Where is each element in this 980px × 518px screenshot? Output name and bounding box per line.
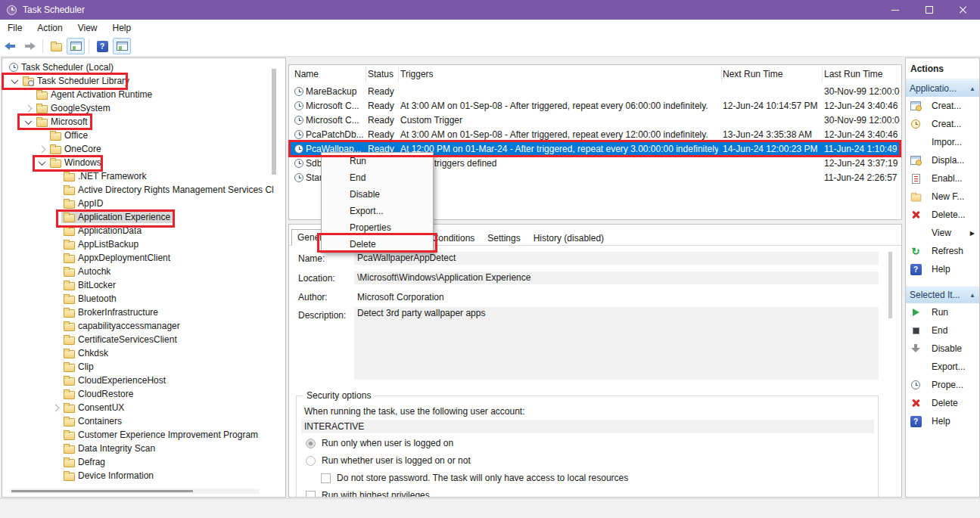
- close-button[interactable]: [946, 0, 980, 20]
- tree-item-microsoft[interactable]: Microsoft: [2, 115, 275, 129]
- tree-item-certificateservicesclient[interactable]: CertificateServicesClient: [2, 333, 275, 346]
- tree-item-googlesystem[interactable]: GoogleSystem: [2, 101, 275, 115]
- action-item-export[interactable]: Export...: [906, 358, 979, 376]
- tree-horizontal-scrollbar[interactable]: [10, 489, 260, 494]
- actions-section-header[interactable]: Selected It...▲: [906, 286, 979, 303]
- radio-selected-icon[interactable]: [306, 439, 316, 448]
- menu-view[interactable]: View: [70, 20, 105, 36]
- tree-item-application-experience[interactable]: Application Experience: [2, 210, 275, 224]
- menu-action[interactable]: Action: [30, 20, 70, 36]
- column-separator[interactable]: [398, 67, 399, 82]
- column-header-name[interactable]: Name: [294, 69, 319, 79]
- context-menu-item-delete[interactable]: Delete: [322, 236, 433, 253]
- tree-item-office[interactable]: Office: [2, 129, 275, 142]
- action-item-run[interactable]: Run: [906, 303, 979, 321]
- chevron-right-icon[interactable]: [36, 147, 48, 152]
- tree-item-onecore[interactable]: OneCore: [2, 142, 275, 156]
- description-field[interactable]: Detect 3rd party wallpaper apps: [354, 307, 879, 380]
- forward-button[interactable]: [20, 38, 39, 54]
- tree-item-appid[interactable]: AppID: [2, 197, 275, 210]
- back-button[interactable]: [1, 38, 19, 54]
- minimize-button[interactable]: [878, 0, 912, 20]
- context-menu-item-properties[interactable]: Properties: [322, 219, 433, 236]
- action-item-prope[interactable]: Prope...: [906, 376, 979, 394]
- checkbox-icon[interactable]: [321, 473, 331, 483]
- chevron-right-icon[interactable]: [49, 405, 61, 411]
- action-item-delete[interactable]: Delete...: [906, 206, 979, 224]
- tree-vertical-scrollbar[interactable]: [272, 69, 276, 175]
- do-not-store-password-option[interactable]: Do not store password. The task will onl…: [321, 473, 628, 483]
- menu-help[interactable]: Help: [105, 20, 139, 36]
- name-field[interactable]: PcaWallpaperAppDetect: [354, 252, 879, 265]
- tree-item-defrag[interactable]: Defrag: [2, 455, 275, 469]
- tree-item-net-framework[interactable]: .NET Framework: [2, 169, 275, 183]
- action-item-delete[interactable]: Delete: [906, 394, 979, 412]
- column-separator[interactable]: [721, 67, 722, 82]
- column-header-status[interactable]: Status: [368, 69, 394, 79]
- tree-item-windows[interactable]: Windows: [2, 156, 275, 169]
- checkbox-icon[interactable]: [306, 491, 316, 498]
- action-item-displa[interactable]: Displa...: [906, 151, 979, 169]
- action-item-creat[interactable]: Creat...: [906, 115, 979, 133]
- task-row[interactable]: PcaPatchDb...ReadyAt 3:00 AM on 01-Sep-0…: [289, 128, 901, 142]
- tree-item-chkdsk[interactable]: Chkdsk: [2, 346, 275, 360]
- action-pane-toggle-button[interactable]: [113, 38, 131, 54]
- tree-item-data-integrity-scan[interactable]: Data Integrity Scan: [2, 442, 275, 455]
- column-header-last-run-time[interactable]: Last Run Time: [824, 69, 882, 79]
- action-item-view[interactable]: View▶: [906, 224, 979, 242]
- chevron-down-icon[interactable]: [22, 119, 34, 125]
- tree-item-device-information[interactable]: Device Information: [2, 469, 275, 482]
- tree-item-applistbackup[interactable]: AppListBackup: [2, 237, 275, 251]
- tree-item-task-scheduler-library[interactable]: Task Scheduler Library: [2, 74, 275, 88]
- action-item-help[interactable]: ?Help: [906, 412, 979, 430]
- tree-item-capabilityaccessmanager[interactable]: capabilityaccessmanager: [2, 319, 275, 333]
- tree-item-consentux[interactable]: ConsentUX: [2, 401, 275, 414]
- tab-history-disabled[interactable]: History (disabled): [528, 231, 609, 246]
- chevron-down-icon[interactable]: [8, 79, 20, 84]
- tab-settings[interactable]: Settings: [482, 231, 525, 246]
- action-item-help[interactable]: ?Help: [906, 260, 979, 278]
- task-row[interactable]: Microsoft C...ReadyCustom Trigger30-Nov-…: [289, 113, 901, 128]
- tree-item-customer-experience-improvement-program[interactable]: Customer Experience Improvement Program: [2, 428, 275, 442]
- tree-item-cloudrestore[interactable]: CloudRestore: [2, 387, 275, 401]
- tree-item-bitlocker[interactable]: BitLocker: [2, 278, 275, 292]
- task-row[interactable]: MareBackupReady30-Nov-99 12:00:00: [289, 85, 901, 99]
- action-item-enabl[interactable]: Enabl...: [906, 169, 979, 188]
- context-menu-item-export[interactable]: Export...: [322, 203, 433, 219]
- tree-item-bluetooth[interactable]: Bluetooth: [2, 292, 275, 306]
- tab-conditions[interactable]: Conditions: [427, 231, 481, 246]
- tree-item-appxdeploymentclient[interactable]: AppxDeploymentClient: [2, 251, 275, 265]
- column-header-next-run-time[interactable]: Next Run Time: [723, 69, 782, 79]
- context-menu-item-disable[interactable]: Disable: [322, 186, 433, 203]
- tree-item-containers[interactable]: Containers: [2, 414, 275, 428]
- column-header-triggers[interactable]: Triggers: [400, 69, 434, 79]
- context-menu-item-end[interactable]: End: [322, 169, 433, 186]
- run-logged-on-option[interactable]: Run only when user is logged on: [306, 438, 453, 448]
- actions-section-header[interactable]: Applicatio...▲: [906, 79, 979, 97]
- export-folder-button[interactable]: [47, 38, 65, 54]
- tree-item-brokerinfrastructure[interactable]: BrokerInfrastructure: [2, 306, 275, 319]
- tree-item-cloudexperiencehost[interactable]: CloudExperienceHost: [2, 374, 275, 387]
- action-item-creat[interactable]: Creat...: [906, 97, 979, 115]
- tree-item-agent-activation-runtime[interactable]: Agent Activation Runtime: [2, 88, 275, 101]
- tree-item-clip[interactable]: Clip: [2, 360, 275, 374]
- highest-privileges-option[interactable]: Run with highest privileges: [306, 490, 430, 498]
- menu-file[interactable]: File: [0, 20, 30, 36]
- console-tree-toggle-button[interactable]: [67, 38, 85, 54]
- action-item-newf[interactable]: New F...: [906, 188, 979, 206]
- action-item-impor[interactable]: Impor...: [906, 133, 979, 151]
- tree-root-item[interactable]: Task Scheduler (Local): [2, 60, 275, 74]
- location-field[interactable]: \Microsoft\Windows\Application Experienc…: [354, 271, 879, 284]
- action-item-disable[interactable]: Disable: [906, 340, 979, 358]
- run-logged-on-or-not-option[interactable]: Run whether user is logged on or not: [306, 455, 471, 466]
- maximize-button[interactable]: [912, 0, 946, 20]
- chevron-down-icon[interactable]: [36, 160, 48, 166]
- context-menu-item-run[interactable]: Run: [322, 153, 433, 169]
- help-button[interactable]: ?: [93, 38, 111, 54]
- tree-item-autochk[interactable]: Autochk: [2, 265, 275, 278]
- column-separator[interactable]: [822, 67, 823, 82]
- action-item-refresh[interactable]: ↻Refresh: [906, 242, 979, 260]
- details-vertical-scrollbar[interactable]: [888, 252, 892, 318]
- radio-unselected-icon[interactable]: [306, 456, 316, 466]
- tree-item-applicationdata[interactable]: ApplicationData: [2, 224, 275, 237]
